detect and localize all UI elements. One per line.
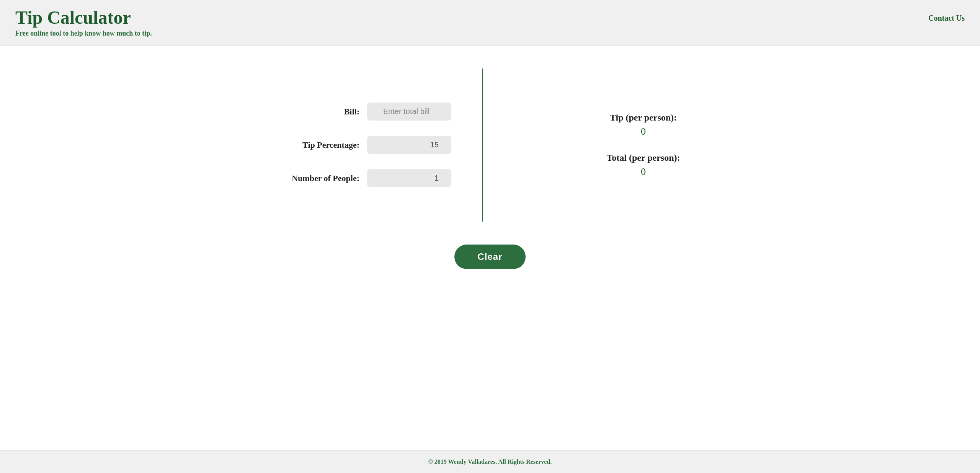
people-row: Number of People: [275,169,451,187]
people-input[interactable] [367,169,451,187]
tip-percentage-input[interactable] [367,136,451,154]
people-label: Number of People: [275,173,359,183]
tip-per-person-block: Tip (per person): 0 [610,113,677,137]
page-subtitle: Free online tool to help know how much t… [15,29,152,38]
clear-button[interactable]: Clear [454,245,525,269]
footer-copyright: © 2019 Wendy Valladares. All Rights Rese… [428,458,552,465]
total-per-person-label: Total (per person): [607,153,680,163]
page-title: Tip Calculator [15,8,152,28]
result-panel: Tip (per person): 0 Total (per person): … [483,113,758,178]
tip-percentage-label: Tip Percentage: [275,140,359,150]
input-panel: Bill: Tip Percentage: Number of People: [222,103,482,187]
page-header: Tip Calculator Free online tool to help … [0,0,980,46]
main-content: Bill: Tip Percentage: Number of People: … [0,46,980,450]
contact-us-link[interactable]: Contact Us [928,14,965,23]
bill-row: Bill: [275,103,451,121]
total-per-person-value: 0 [641,166,646,178]
page-footer: © 2019 Wendy Valladares. All Rights Rese… [0,450,980,473]
bill-input[interactable] [367,103,451,121]
tip-percentage-row: Tip Percentage: [275,136,451,154]
tip-per-person-value: 0 [641,126,646,137]
tip-per-person-label: Tip (per person): [610,113,677,123]
total-per-person-block: Total (per person): 0 [607,153,680,178]
bill-label: Bill: [275,107,359,117]
button-area: Clear [454,245,525,269]
header-left: Tip Calculator Free online tool to help … [15,8,152,38]
calculator-container: Bill: Tip Percentage: Number of People: … [222,69,758,222]
